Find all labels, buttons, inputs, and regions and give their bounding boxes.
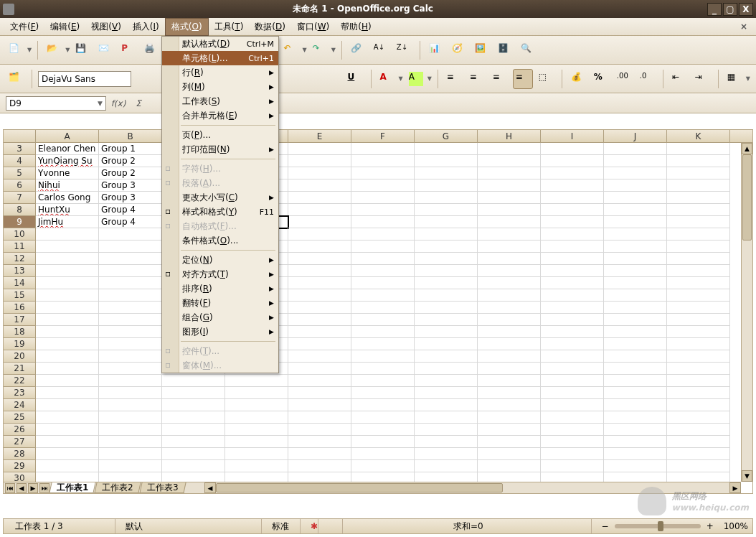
cell[interactable] <box>604 363 667 375</box>
row-header[interactable]: 9 <box>4 216 36 228</box>
vscroll-thumb[interactable] <box>742 154 752 241</box>
format-menu-item[interactable]: 行(R)▶ <box>162 65 278 80</box>
cell[interactable] <box>478 326 541 338</box>
cell[interactable] <box>604 338 667 350</box>
cell[interactable] <box>541 314 604 326</box>
scroll-right-button[interactable]: ▶ <box>729 482 741 493</box>
cell[interactable] <box>351 387 415 399</box>
cell[interactable] <box>36 314 99 326</box>
cell[interactable] <box>541 204 604 216</box>
cell[interactable] <box>415 314 478 326</box>
cell[interactable] <box>162 375 225 387</box>
cell[interactable] <box>667 363 730 375</box>
underline-button[interactable]: U <box>345 69 365 89</box>
cell[interactable] <box>351 436 415 448</box>
cell[interactable] <box>541 179 604 192</box>
cell[interactable] <box>667 241 730 253</box>
format-menu-item[interactable]: 默认格式(D)Ctrl+M <box>162 37 278 51</box>
highlight-button[interactable]: A <box>406 69 426 89</box>
cell[interactable] <box>604 375 667 387</box>
cell[interactable] <box>288 375 351 387</box>
print-button[interactable]: 🖨️ <box>141 40 161 60</box>
vertical-scrollbar[interactable]: ▲ ▼ <box>741 143 752 482</box>
cell[interactable] <box>667 204 730 216</box>
cell[interactable] <box>351 338 415 350</box>
cell[interactable] <box>99 302 162 314</box>
cell[interactable] <box>415 363 478 375</box>
cell[interactable] <box>478 289 541 302</box>
cell[interactable] <box>288 179 351 192</box>
cell[interactable] <box>541 289 604 302</box>
row-header[interactable]: 16 <box>4 302 36 314</box>
row-header[interactable]: 17 <box>4 314 36 326</box>
cell[interactable] <box>604 302 667 314</box>
cell[interactable] <box>415 192 478 204</box>
cell[interactable] <box>415 338 478 350</box>
sheet-tab[interactable]: 工作表1 <box>49 482 96 493</box>
column-header[interactable]: G <box>415 130 478 142</box>
cell[interactable] <box>415 277 478 289</box>
format-menu-item[interactable]: 图形(I)▶ <box>162 324 278 339</box>
cell[interactable] <box>478 228 541 241</box>
cell[interactable] <box>478 350 541 363</box>
cell[interactable] <box>351 167 415 179</box>
cell[interactable] <box>351 472 415 482</box>
cell[interactable] <box>604 155 667 167</box>
cell[interactable] <box>667 216 730 228</box>
cell[interactable] <box>351 350 415 363</box>
column-header[interactable]: B <box>99 130 162 142</box>
cell[interactable] <box>36 326 99 338</box>
cell[interactable] <box>478 460 541 472</box>
cell[interactable] <box>99 460 162 472</box>
cell[interactable] <box>478 179 541 192</box>
cell[interactable] <box>351 204 415 216</box>
cell[interactable]: Group 4 <box>99 216 162 228</box>
cell[interactable] <box>604 460 667 472</box>
pdf-button[interactable]: P <box>118 40 138 60</box>
cell[interactable] <box>351 363 415 375</box>
cell[interactable] <box>604 424 667 436</box>
cell[interactable] <box>351 448 415 460</box>
cell[interactable] <box>541 424 604 436</box>
format-menu-item[interactable]: 页(P)... <box>162 128 278 142</box>
sheet-tab[interactable]: 工作表2 <box>95 482 141 493</box>
column-header[interactable]: F <box>351 130 415 142</box>
row-header[interactable]: 26 <box>4 424 36 436</box>
cell[interactable] <box>604 448 667 460</box>
row-header[interactable]: 12 <box>4 253 36 265</box>
cell[interactable] <box>288 143 351 155</box>
cell[interactable] <box>541 436 604 448</box>
cell[interactable] <box>667 338 730 350</box>
cell[interactable] <box>288 277 351 289</box>
tab-prev-button[interactable]: ◀ <box>16 483 27 493</box>
cell[interactable] <box>478 302 541 314</box>
format-menu-item[interactable]: 组合(G)▶ <box>162 310 278 324</box>
cell[interactable] <box>288 350 351 363</box>
cell[interactable]: Group 3 <box>99 192 162 204</box>
cell[interactable]: YunQiang Su <box>36 155 99 167</box>
cell[interactable] <box>351 241 415 253</box>
sort-asc-button[interactable]: A↓ <box>371 40 391 60</box>
menu-插入[interactable]: 插入(I) <box>127 19 165 35</box>
select-all-corner[interactable] <box>4 130 36 142</box>
cell[interactable] <box>478 192 541 204</box>
column-header[interactable]: K <box>667 130 730 142</box>
align-center-button[interactable]: ≡ <box>467 69 487 89</box>
cell[interactable] <box>415 289 478 302</box>
cell[interactable] <box>667 192 730 204</box>
cell[interactable] <box>541 350 604 363</box>
tab-last-button[interactable]: ⏭ <box>39 483 49 493</box>
cell[interactable] <box>351 253 415 265</box>
align-justify-button[interactable]: ≡ <box>513 69 533 89</box>
document-close-icon[interactable]: × <box>736 22 752 32</box>
cell[interactable] <box>288 411 351 424</box>
cell[interactable] <box>667 375 730 387</box>
cell[interactable]: Group 2 <box>99 167 162 179</box>
cell[interactable] <box>288 192 351 204</box>
open-button[interactable]: 📂 <box>44 40 64 60</box>
cell[interactable] <box>36 436 99 448</box>
column-header[interactable]: E <box>288 130 351 142</box>
cell[interactable] <box>541 216 604 228</box>
cell[interactable]: Carlos Gong <box>36 192 99 204</box>
cell[interactable] <box>415 228 478 241</box>
